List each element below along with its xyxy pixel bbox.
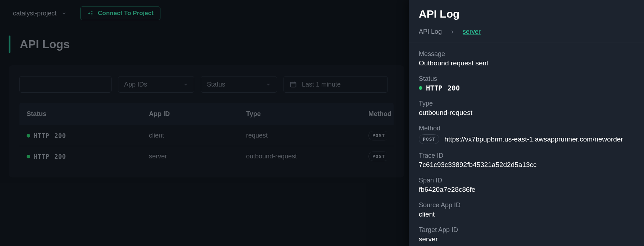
detail-label-method: Method (419, 125, 634, 132)
drawer-title: API Log (419, 8, 634, 20)
breadcrumb-leaf-link[interactable]: server (463, 28, 481, 36)
detail-value-spanid: fb6420a7e28c86fe (419, 186, 634, 194)
detail-label-type: Type (419, 100, 634, 107)
method-url: https://vx7bpupbrm.us-east-1.awsapprunne… (444, 135, 623, 143)
method-verb-pill: POST (419, 134, 439, 144)
status-indicator-dot (419, 86, 422, 90)
detail-value-sourceapp: client (419, 210, 634, 218)
detail-value-targetapp: server (419, 235, 634, 243)
detail-value-type: outbound-request (419, 109, 634, 117)
detail-value-method: POST https://vx7bpupbrm.us-east-1.awsapp… (419, 134, 634, 144)
detail-value-status: HTTP 200 (419, 84, 634, 92)
status-code: 200 (448, 84, 460, 92)
chevron-right-icon (450, 29, 455, 34)
breadcrumb-root[interactable]: API Log (419, 28, 442, 36)
detail-value-message: Outbound request sent (419, 59, 634, 67)
status-http-label: HTTP (426, 84, 443, 92)
detail-value-traceid: 7c61c93c33892fb45321a52d2d5a13cc (419, 161, 634, 169)
detail-label-sourceapp: Source App ID (419, 201, 634, 209)
detail-label-status: Status (419, 75, 634, 83)
detail-label-spanid: Span ID (419, 177, 634, 184)
divider (409, 42, 644, 42)
breadcrumb: API Log server (419, 28, 634, 36)
detail-drawer: API Log API Log server Message Outbound … (409, 0, 644, 246)
detail-label-targetapp: Target App ID (419, 226, 634, 234)
detail-label-traceid: Trace ID (419, 152, 634, 159)
detail-label-message: Message (419, 50, 634, 58)
